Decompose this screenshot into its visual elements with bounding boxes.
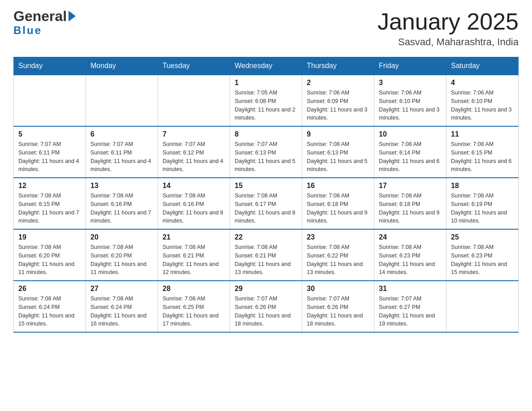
calendar-cell: 18Sunrise: 7:08 AM Sunset: 6:19 PM Dayli…	[446, 178, 519, 229]
day-number: 19	[18, 233, 81, 241]
calendar-cell: 15Sunrise: 7:08 AM Sunset: 6:17 PM Dayli…	[230, 178, 302, 229]
col-wednesday: Wednesday	[230, 57, 302, 75]
day-number: 31	[379, 285, 442, 293]
col-thursday: Thursday	[302, 57, 374, 75]
day-info: Sunrise: 7:08 AM Sunset: 6:19 PM Dayligh…	[451, 192, 514, 225]
day-info: Sunrise: 7:07 AM Sunset: 6:26 PM Dayligh…	[307, 295, 369, 328]
logo-general-text: General	[13, 9, 76, 23]
calendar-cell: 4Sunrise: 7:06 AM Sunset: 6:10 PM Daylig…	[446, 75, 519, 126]
day-number: 21	[163, 233, 225, 241]
day-info: Sunrise: 7:06 AM Sunset: 6:09 PM Dayligh…	[307, 89, 369, 122]
day-info: Sunrise: 7:08 AM Sunset: 6:22 PM Dayligh…	[307, 243, 369, 277]
day-info: Sunrise: 7:06 AM Sunset: 6:10 PM Dayligh…	[379, 89, 442, 122]
day-number: 25	[451, 233, 514, 241]
day-number: 13	[90, 182, 153, 190]
day-number: 29	[235, 285, 297, 293]
calendar-cell: 1Sunrise: 7:05 AM Sunset: 6:08 PM Daylig…	[230, 75, 302, 126]
logo-triangle-icon	[69, 11, 76, 21]
day-number: 22	[235, 233, 297, 241]
day-info: Sunrise: 7:06 AM Sunset: 6:10 PM Dayligh…	[451, 89, 514, 122]
day-info: Sunrise: 7:07 AM Sunset: 6:11 PM Dayligh…	[18, 140, 81, 174]
calendar-cell: 13Sunrise: 7:08 AM Sunset: 6:16 PM Dayli…	[86, 178, 158, 229]
day-number: 20	[90, 233, 153, 241]
day-info: Sunrise: 7:08 AM Sunset: 6:15 PM Dayligh…	[18, 192, 81, 225]
day-number: 1	[235, 79, 297, 87]
day-number: 27	[90, 285, 153, 293]
day-number: 14	[163, 182, 225, 190]
day-info: Sunrise: 7:08 AM Sunset: 6:20 PM Dayligh…	[90, 243, 153, 277]
day-number: 4	[451, 79, 514, 87]
calendar-cell: 6Sunrise: 7:07 AM Sunset: 6:11 PM Daylig…	[86, 126, 158, 178]
day-info: Sunrise: 7:07 AM Sunset: 6:26 PM Dayligh…	[235, 295, 297, 328]
calendar-cell: 28Sunrise: 7:08 AM Sunset: 6:25 PM Dayli…	[158, 281, 230, 332]
day-info: Sunrise: 7:08 AM Sunset: 6:25 PM Dayligh…	[163, 295, 225, 328]
day-info: Sunrise: 7:07 AM Sunset: 6:13 PM Dayligh…	[235, 140, 297, 174]
day-number: 10	[379, 130, 442, 138]
calendar-cell	[14, 75, 86, 126]
day-info: Sunrise: 7:08 AM Sunset: 6:14 PM Dayligh…	[379, 140, 442, 174]
day-number: 11	[451, 130, 514, 138]
calendar-cell: 16Sunrise: 7:08 AM Sunset: 6:18 PM Dayli…	[302, 178, 374, 229]
day-info: Sunrise: 7:08 AM Sunset: 6:16 PM Dayligh…	[163, 192, 225, 225]
calendar-cell: 26Sunrise: 7:08 AM Sunset: 6:24 PM Dayli…	[14, 281, 86, 332]
day-info: Sunrise: 7:07 AM Sunset: 6:12 PM Dayligh…	[163, 140, 225, 174]
day-info: Sunrise: 7:08 AM Sunset: 6:20 PM Dayligh…	[18, 243, 81, 277]
calendar-subtitle: Sasvad, Maharashtra, India	[378, 36, 519, 48]
day-info: Sunrise: 7:08 AM Sunset: 6:24 PM Dayligh…	[90, 295, 153, 328]
calendar-cell: 7Sunrise: 7:07 AM Sunset: 6:12 PM Daylig…	[158, 126, 230, 178]
col-monday: Monday	[86, 57, 158, 75]
day-number: 5	[18, 130, 81, 138]
calendar-week-3: 12Sunrise: 7:08 AM Sunset: 6:15 PM Dayli…	[14, 178, 519, 229]
calendar-header-row: Sunday Monday Tuesday Wednesday Thursday…	[14, 57, 519, 75]
col-friday: Friday	[374, 57, 446, 75]
calendar-cell: 23Sunrise: 7:08 AM Sunset: 6:22 PM Dayli…	[302, 229, 374, 281]
day-number: 24	[379, 233, 442, 241]
calendar-cell: 14Sunrise: 7:08 AM Sunset: 6:16 PM Dayli…	[158, 178, 230, 229]
day-info: Sunrise: 7:08 AM Sunset: 6:23 PM Dayligh…	[451, 243, 514, 277]
calendar-week-4: 19Sunrise: 7:08 AM Sunset: 6:20 PM Dayli…	[14, 229, 519, 281]
calendar-week-1: 1Sunrise: 7:05 AM Sunset: 6:08 PM Daylig…	[14, 75, 519, 126]
day-info: Sunrise: 7:05 AM Sunset: 6:08 PM Dayligh…	[235, 89, 297, 122]
calendar-cell: 24Sunrise: 7:08 AM Sunset: 6:23 PM Dayli…	[374, 229, 446, 281]
day-info: Sunrise: 7:08 AM Sunset: 6:16 PM Dayligh…	[90, 192, 153, 225]
logo: General Blue	[13, 9, 76, 37]
day-number: 17	[379, 182, 442, 190]
calendar-cell: 8Sunrise: 7:07 AM Sunset: 6:13 PM Daylig…	[230, 126, 302, 178]
col-sunday: Sunday	[14, 57, 86, 75]
col-saturday: Saturday	[446, 57, 519, 75]
calendar-cell: 3Sunrise: 7:06 AM Sunset: 6:10 PM Daylig…	[374, 75, 446, 126]
page-header: General Blue January 2025 Sasvad, Mahara…	[13, 9, 519, 48]
day-info: Sunrise: 7:08 AM Sunset: 6:23 PM Dayligh…	[379, 243, 442, 277]
calendar-cell: 25Sunrise: 7:08 AM Sunset: 6:23 PM Dayli…	[446, 229, 519, 281]
calendar-cell: 11Sunrise: 7:08 AM Sunset: 6:15 PM Dayli…	[446, 126, 519, 178]
calendar-cell: 30Sunrise: 7:07 AM Sunset: 6:26 PM Dayli…	[302, 281, 374, 332]
day-info: Sunrise: 7:08 AM Sunset: 6:24 PM Dayligh…	[18, 295, 81, 328]
day-info: Sunrise: 7:08 AM Sunset: 6:13 PM Dayligh…	[307, 140, 369, 174]
calendar-cell: 31Sunrise: 7:07 AM Sunset: 6:27 PM Dayli…	[374, 281, 446, 332]
day-info: Sunrise: 7:08 AM Sunset: 6:17 PM Dayligh…	[235, 192, 297, 225]
day-number: 9	[307, 130, 369, 138]
calendar-cell: 21Sunrise: 7:08 AM Sunset: 6:21 PM Dayli…	[158, 229, 230, 281]
day-number: 6	[90, 130, 153, 138]
day-number: 16	[307, 182, 369, 190]
calendar-cell: 29Sunrise: 7:07 AM Sunset: 6:26 PM Dayli…	[230, 281, 302, 332]
day-info: Sunrise: 7:08 AM Sunset: 6:21 PM Dayligh…	[163, 243, 225, 277]
day-number: 2	[307, 79, 369, 87]
calendar-cell: 22Sunrise: 7:08 AM Sunset: 6:21 PM Dayli…	[230, 229, 302, 281]
calendar-title: January 2025	[378, 9, 519, 34]
day-info: Sunrise: 7:08 AM Sunset: 6:21 PM Dayligh…	[235, 243, 297, 277]
calendar-cell: 2Sunrise: 7:06 AM Sunset: 6:09 PM Daylig…	[302, 75, 374, 126]
calendar-cell: 9Sunrise: 7:08 AM Sunset: 6:13 PM Daylig…	[302, 126, 374, 178]
day-info: Sunrise: 7:07 AM Sunset: 6:11 PM Dayligh…	[90, 140, 153, 174]
calendar-cell	[158, 75, 230, 126]
calendar-cell	[446, 281, 519, 332]
day-number: 23	[307, 233, 369, 241]
day-number: 3	[379, 79, 442, 87]
col-tuesday: Tuesday	[158, 57, 230, 75]
day-number: 28	[163, 285, 225, 293]
calendar-table: Sunday Monday Tuesday Wednesday Thursday…	[13, 57, 519, 333]
day-info: Sunrise: 7:08 AM Sunset: 6:15 PM Dayligh…	[451, 140, 514, 174]
calendar-cell: 20Sunrise: 7:08 AM Sunset: 6:20 PM Dayli…	[86, 229, 158, 281]
calendar-cell: 10Sunrise: 7:08 AM Sunset: 6:14 PM Dayli…	[374, 126, 446, 178]
calendar-cell: 17Sunrise: 7:08 AM Sunset: 6:18 PM Dayli…	[374, 178, 446, 229]
